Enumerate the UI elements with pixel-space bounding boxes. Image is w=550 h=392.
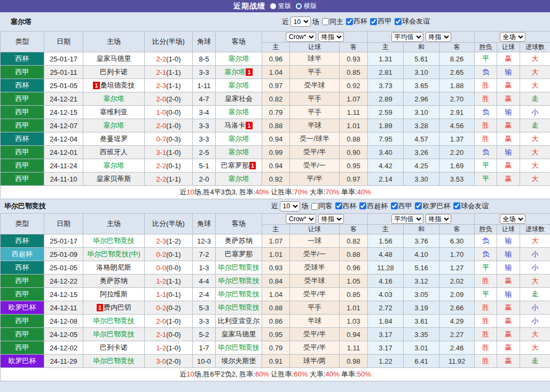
away-team[interactable]: 比利亚雷亚尔 — [216, 315, 262, 328]
league-checkbox-input[interactable] — [335, 202, 342, 209]
full-time-score[interactable]: 1-0 — [156, 108, 166, 116]
league-checkbox-input[interactable] — [395, 18, 402, 25]
full-time-score[interactable]: 1-2 — [156, 277, 166, 285]
away-team-name[interactable]: 毕尔巴鄂竞技 — [218, 263, 260, 271]
score-cell[interactable]: 0-2(0-1) — [145, 248, 193, 261]
away-team[interactable]: 毕尔巴鄂竞技 — [216, 288, 262, 301]
home-team[interactable]: 毕尔巴鄂竞技 — [83, 328, 145, 341]
full-time-score[interactable]: 2-1 — [156, 331, 166, 339]
home-team[interactable]: 巴列卡诺 — [83, 66, 145, 79]
odds-stage-select-2[interactable]: 终指 — [426, 32, 451, 42]
home-team-name[interactable]: 塞尔塔 — [104, 121, 124, 129]
home-team-name[interactable]: 洛格朗尼斯 — [97, 263, 131, 271]
away-team-name[interactable]: 马洛卡 — [224, 121, 245, 129]
bookmaker-select[interactable]: Crow* — [286, 214, 316, 224]
full-match-select[interactable]: 全场 — [500, 32, 525, 42]
home-team-name[interactable]: 毕尔巴鄂竞技 — [93, 317, 135, 325]
league-checkbox[interactable]: 西杯 — [345, 17, 367, 26]
league-checkbox[interactable]: 西甲 — [369, 17, 391, 26]
score-cell[interactable]: 2-2(0-1) — [145, 159, 193, 173]
league-checkbox-input[interactable] — [415, 202, 422, 209]
away-team-name[interactable]: 毕尔巴鄂竞技 — [218, 290, 260, 298]
home-team[interactable]: 阿拉维斯 — [83, 288, 145, 301]
league-checkbox-input[interactable] — [370, 18, 377, 25]
home-team[interactable]: 叁蔓堤罗 — [83, 132, 145, 146]
home-team-name[interactable]: 叁蔓堤罗 — [100, 135, 128, 143]
full-time-score[interactable]: 2-2 — [156, 175, 166, 183]
full-time-score[interactable]: 0-0 — [156, 264, 166, 272]
odds-stage-select-1[interactable]: 终指 — [318, 32, 344, 42]
away-team-name[interactable]: 塞尔塔 — [229, 175, 249, 183]
home-team[interactable]: 1费内巴切 — [83, 301, 145, 315]
away-team[interactable]: 塞尔塔 — [216, 106, 262, 119]
league-checkbox[interactable]: 西甲 — [390, 201, 412, 211]
home-team-name[interactable]: 阿拉维斯 — [100, 290, 128, 298]
odds-stage-select-1[interactable]: 终指 — [318, 214, 344, 224]
away-team-name[interactable]: 埃尔夫斯堡 — [222, 357, 256, 365]
home-team-name[interactable]: 毕尔巴鄂竞技(中) — [87, 250, 140, 258]
score-cell[interactable]: 2-3(1-1) — [145, 79, 193, 92]
score-cell[interactable]: 1-2(1-0) — [145, 341, 193, 355]
same-venue-checkbox-input[interactable] — [311, 203, 318, 210]
average-select[interactable]: 平均值 — [391, 214, 423, 224]
home-team-name[interactable]: 塞维利亚 — [100, 108, 128, 116]
score-cell[interactable]: 2-1(0-0) — [145, 328, 193, 341]
away-team[interactable]: 毕尔巴鄂竞技 — [216, 261, 262, 275]
same-venue-checkbox[interactable]: 同主 — [321, 17, 343, 27]
away-team-name[interactable]: 塞尔塔 — [229, 54, 249, 62]
home-team[interactable]: 塞尔塔 — [83, 159, 145, 173]
score-cell[interactable]: 2-1(1-1) — [145, 66, 193, 79]
same-venue-checkbox-input[interactable] — [322, 18, 329, 25]
away-team[interactable]: 埃尔夫斯堡 — [216, 355, 262, 368]
away-team[interactable]: 巴塞罗那1 — [216, 159, 262, 173]
full-time-score[interactable]: 0-7 — [156, 135, 166, 143]
radio-unchecked-icon[interactable] — [270, 3, 276, 9]
league-checkbox[interactable]: 欧罗巴杯 — [414, 201, 450, 211]
full-time-score[interactable]: 2-1 — [156, 68, 166, 76]
league-checkbox-input[interactable] — [453, 202, 460, 209]
score-cell[interactable]: 2-0(1-0) — [145, 119, 193, 132]
home-team-name[interactable]: 皇家贝蒂斯 — [97, 175, 131, 183]
away-team-name[interactable]: 塞尔塔 — [229, 148, 249, 156]
league-checkbox-input[interactable] — [359, 202, 366, 209]
score-cell[interactable]: 2-3(1-2) — [145, 234, 193, 248]
layout-radio-horizontal[interactable]: 横版 — [296, 2, 317, 11]
league-checkbox[interactable]: 球会友谊 — [452, 201, 489, 211]
league-checkbox[interactable]: 球会友谊 — [394, 17, 430, 26]
away-team[interactable]: 塞尔塔1 — [216, 66, 262, 79]
home-team-name[interactable]: 桑坦德竞技 — [100, 81, 135, 89]
home-team-name[interactable]: 毕尔巴鄂竞技 — [93, 237, 135, 245]
away-team[interactable]: 马洛卡1 — [216, 119, 262, 132]
home-team-name[interactable]: 塞尔塔 — [104, 161, 124, 169]
away-team-name[interactable]: 毕尔巴鄂竞技 — [218, 303, 260, 311]
score-cell[interactable]: 0-2(0-2) — [145, 301, 193, 315]
score-cell[interactable]: 2-2(1-0) — [145, 52, 193, 66]
score-cell[interactable]: 2-0(2-0) — [145, 92, 193, 106]
away-team[interactable]: 皇家社会 — [216, 92, 262, 106]
full-time-score[interactable]: 0-2 — [156, 250, 166, 258]
home-team[interactable]: 奥萨苏纳 — [83, 275, 145, 288]
home-team-name[interactable]: 西班牙人 — [100, 148, 128, 156]
league-checkbox[interactable]: 西杯 — [334, 201, 357, 211]
recent-count-select[interactable]: 10 — [280, 201, 300, 211]
away-team-name[interactable]: 皇家马德里 — [222, 330, 256, 338]
home-team[interactable]: 塞维利亚 — [83, 106, 145, 119]
home-team-name[interactable]: 巴列卡诺 — [100, 343, 128, 351]
away-team-name[interactable]: 塞尔塔 — [229, 135, 249, 143]
home-team[interactable]: 毕尔巴鄂竞技 — [83, 315, 145, 328]
full-time-score[interactable]: 2-2 — [156, 55, 166, 63]
away-team[interactable]: 塞尔塔 — [216, 79, 262, 92]
home-team[interactable]: 洛格朗尼斯 — [83, 261, 145, 275]
home-team-name[interactable]: 毕尔巴鄂竞技 — [93, 330, 135, 338]
away-team-name[interactable]: 毕尔巴鄂竞技 — [218, 277, 260, 285]
home-team-name[interactable]: 费内巴切 — [104, 303, 131, 311]
score-cell[interactable]: 3-0(2-0) — [145, 355, 193, 368]
full-time-score[interactable]: 1-2 — [156, 344, 166, 352]
away-team-name[interactable]: 毕尔巴鄂竞技 — [218, 343, 260, 351]
away-team[interactable]: 毕尔巴鄂竞技 — [216, 341, 262, 355]
away-team[interactable]: 巴塞罗那 — [216, 248, 262, 261]
away-team-name[interactable]: 奥萨苏纳 — [225, 237, 253, 245]
full-time-score[interactable]: 2-2 — [156, 162, 166, 170]
league-checkbox[interactable]: 西超杯 — [358, 201, 388, 211]
radio-checked-icon[interactable] — [296, 3, 302, 9]
